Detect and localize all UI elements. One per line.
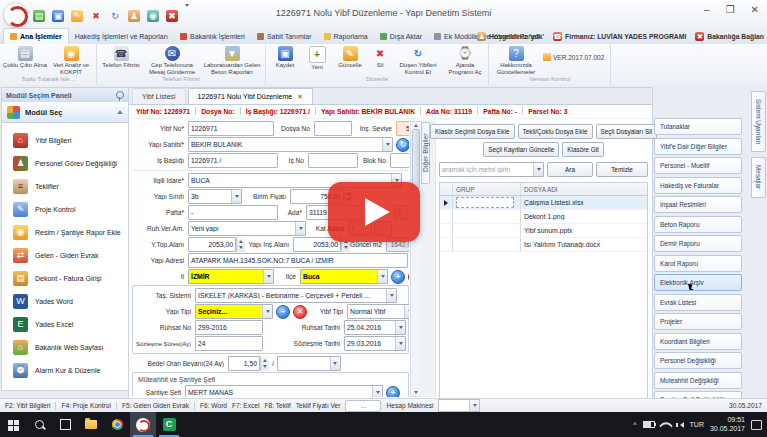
- column-dosya-adi[interactable]: DOSYA ADI: [521, 186, 647, 193]
- yades-app-icon[interactable]: [130, 412, 156, 437]
- chevron-down-icon[interactable]: [295, 222, 305, 235]
- edit-note-icon[interactable]: ✎: [71, 10, 83, 22]
- chevron-down-icon[interactable]: [262, 305, 272, 318]
- tasiyici-sistem-select[interactable]: İSKELET (KARKAS) - Betonarme - Çerçeveli…: [195, 288, 397, 303]
- scroll-up-icon[interactable]: [414, 124, 418, 127]
- accordion-muteahhit-degisikligi[interactable]: Muteahhit Değişikliği: [654, 372, 742, 389]
- sil-button[interactable]: ✖Sil: [368, 45, 392, 69]
- accordion-koordinat-bilgileri[interactable]: Koordiant Bilgileri: [654, 333, 742, 350]
- chevron-down-icon[interactable]: [330, 357, 340, 370]
- ruhsat-tarihi-picker[interactable]: 25.04.2016: [344, 320, 406, 335]
- yapi-sahibi-select[interactable]: BEKİR BULANIK: [188, 137, 393, 152]
- pafta-input[interactable]: -: [188, 205, 278, 220]
- veri-analiz-button[interactable]: ◉Veri Analiz ve KOKPİT: [48, 45, 94, 75]
- shortcut-f4[interactable]: F4: Proje Kontrol: [61, 402, 110, 409]
- connect-ministry-button[interactable]: ✖Bakanlığa Bağlan: [695, 32, 764, 41]
- sidebar-item-proje-kontrol[interactable]: ✎Proje Kontrol: [4, 199, 126, 220]
- scrollbar-thumb[interactable]: [412, 129, 420, 189]
- sidebar-item-gelen-giden[interactable]: ⇄Gelen - Giden Evrak: [4, 245, 126, 266]
- clear-icon[interactable]: ✕: [293, 305, 307, 319]
- tab-yibf-duzenleme[interactable]: 1226971 Nolu Yibf Düzenleme✕: [188, 88, 313, 104]
- shortcut-f2[interactable]: F2: Yibf Bilgileri: [5, 402, 50, 409]
- chevron-down-icon[interactable]: [533, 163, 543, 176]
- accordion-projeler[interactable]: Projeler: [654, 313, 742, 330]
- table-row[interactable]: Isı Yalıtımı Tutanağı.docx: [440, 238, 647, 252]
- secli-dosyalari-sil-button[interactable]: Seçli Dosyaları Sil: [596, 124, 658, 139]
- file-search-input[interactable]: aramak için metni girin: [439, 162, 544, 177]
- teklif-fiyati-ver-button[interactable]: Teklif Fiyatı Ver: [296, 402, 341, 409]
- start-icon[interactable]: [0, 412, 26, 437]
- chevron-down-icon[interactable]: [395, 321, 405, 334]
- tab-hakedis[interactable]: Hakediş İşlemleri ve Raporları: [69, 29, 174, 44]
- hesap-makinesi-button[interactable]: Hesap Makinesi: [386, 402, 433, 409]
- yapi-tipi-select[interactable]: Seçiniz...: [195, 304, 273, 319]
- tab-diger-bilgiler[interactable]: Diğer Bilgiler: [421, 122, 430, 184]
- tab-sistem-uyarilari[interactable]: Sistem Uyarıları: [751, 91, 766, 152]
- temizle-button[interactable]: Temizle: [596, 162, 648, 177]
- sidebar-item-teklifler[interactable]: ≡Teklifler: [4, 176, 126, 197]
- tab-sabit-tanimlar[interactable]: Sabit Tanımlar: [251, 29, 318, 44]
- search-icon[interactable]: [26, 412, 52, 437]
- maximize-icon[interactable]: ❐: [726, 4, 735, 15]
- chevron-down-icon[interactable]: [469, 400, 479, 411]
- refresh-icon[interactable]: ↻: [109, 10, 121, 22]
- sozlesme-tarihi-picker[interactable]: 29.03.2016: [344, 336, 406, 351]
- chevron-down-icon[interactable]: [372, 386, 382, 397]
- accordion-personel-degisikligi[interactable]: Personel Değişikliği: [654, 352, 742, 369]
- excel-icon[interactable]: ▤: [33, 10, 45, 22]
- task-view-icon[interactable]: [52, 412, 78, 437]
- table-row[interactable]: Çalışma Listesi.xlsx: [440, 196, 647, 210]
- sidebar-item-bakanlik-web[interactable]: ⌂Bakanlık Web Sayfası: [4, 337, 126, 358]
- sidebar-item-personel-gorev[interactable]: ♟Personel Görev Değişikliği: [4, 153, 126, 174]
- accordion-insaat-resimleri[interactable]: İnşaat Resimleri: [654, 196, 742, 213]
- yeni-button[interactable]: +Yeni: [302, 45, 332, 71]
- shortcut-f6[interactable]: F6: Word: [200, 402, 227, 409]
- accordion-elektronik-arsiv[interactable]: Elektronik Arşiv: [654, 274, 742, 291]
- toplam-alan-input[interactable]: 2053,00: [188, 237, 236, 252]
- bedel-oran-select[interactable]: [277, 356, 341, 371]
- action-center-icon[interactable]: [751, 420, 762, 430]
- table-row[interactable]: Yibf sunum.pptx: [440, 224, 647, 238]
- more-button[interactable]: ...: [345, 400, 381, 412]
- dosya-no-input[interactable]: [314, 121, 352, 136]
- clear-icon[interactable]: ✕: [408, 270, 409, 284]
- chevron-down-icon[interactable]: [404, 305, 409, 318]
- sozlesme-suresi-input[interactable]: 24: [195, 336, 263, 351]
- tab-bakanlik[interactable]: Bakanlık İşlemleri: [174, 29, 251, 44]
- tab-raporlama[interactable]: Raporlama: [318, 29, 374, 44]
- sidebar-item-dekont-fatura[interactable]: ▤Dekont - Fatura Girişi: [4, 268, 126, 289]
- chart-icon[interactable]: ◉: [147, 10, 159, 22]
- c-app-icon[interactable]: C: [156, 412, 182, 437]
- tab-mesajlar[interactable]: Mesajlar: [751, 157, 766, 197]
- accordion-beton-raporu[interactable]: Beton Raporu: [654, 216, 742, 233]
- tab-yibf-listesi[interactable]: Yibf Listesi: [132, 88, 186, 104]
- add-icon[interactable]: +: [391, 270, 405, 284]
- accordion-demir-raporu[interactable]: Demir Raporu: [654, 235, 742, 252]
- spinner-control[interactable]: [260, 356, 269, 371]
- dusen-yibf-button[interactable]: ↻Düşen Yibfleri Kontrol Et: [392, 45, 444, 75]
- kaydet-button[interactable]: ▣Kaydet: [268, 45, 302, 69]
- guncelle-button[interactable]: ✎Güncelle: [332, 45, 368, 69]
- accordion-karot-raporu[interactable]: Karot Raporu: [654, 255, 742, 272]
- close-red-icon[interactable]: ✖: [166, 10, 178, 22]
- minimize-icon[interactable]: –: [704, 4, 710, 15]
- accordion-tutanaklar[interactable]: Tutanaklar: [654, 118, 742, 135]
- ruhsat-verilis-amaci-select[interactable]: Yeni yapı: [188, 221, 306, 236]
- sidebar-item-alarm[interactable]: ⌚Alarm Kur & Düzenle: [4, 360, 126, 381]
- clock[interactable]: 09:5130.05.2017: [710, 416, 745, 432]
- close-icon[interactable]: ✕: [751, 4, 759, 15]
- language-indicator[interactable]: TUR: [690, 421, 704, 428]
- shortcut-f7[interactable]: F7: Excel: [232, 402, 259, 409]
- grup-edit-cell[interactable]: [456, 197, 514, 208]
- accordion-yibf-diger[interactable]: Yibf'e Dair Diğer Bilgiler: [654, 138, 742, 155]
- laboratuar-beton-button[interactable]: ▼Laboratuardan Gelen Beton Raporları: [201, 45, 263, 75]
- refresh-owner-button[interactable]: ↻: [396, 138, 409, 152]
- add-icon[interactable]: +: [276, 305, 290, 319]
- sidebar-item-yades-excel[interactable]: EYades Excel: [4, 314, 126, 335]
- yibf-tipi-select[interactable]: Normal Yibf: [347, 304, 409, 319]
- coklu-cikti-button[interactable]: ▤Çoklu Çıktı Alma: [2, 45, 48, 69]
- add-icon[interactable]: +: [386, 386, 400, 398]
- klasore-git-button[interactable]: Klasöre Git: [562, 142, 604, 157]
- tray-expand-icon[interactable]: ^: [633, 421, 636, 428]
- blok-no-input[interactable]: [390, 153, 409, 168]
